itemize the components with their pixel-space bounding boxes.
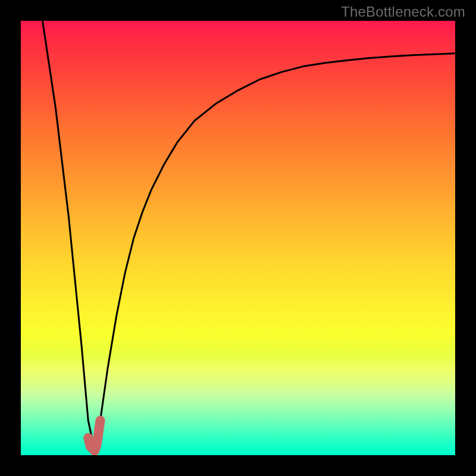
watermark-text: TheBottleneck.com [341, 4, 465, 20]
black-curve [43, 21, 456, 451]
plot-area [21, 21, 455, 455]
chart-svg [21, 21, 455, 455]
